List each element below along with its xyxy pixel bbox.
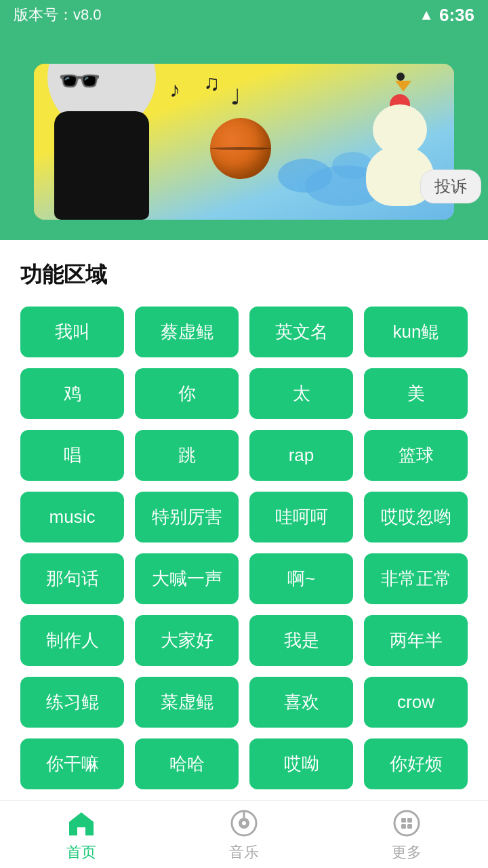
panda-body [54,111,149,220]
nav-item-home[interactable]: 首页 [45,802,118,868]
music-icon [228,807,260,840]
tag-button-2[interactable]: 英文名 [249,307,353,357]
tag-button-25[interactable]: 菜虚鲲 [135,677,239,728]
tag-button-0[interactable]: 我叫 [20,307,124,357]
svg-rect-5 [401,818,406,823]
tag-button-15[interactable]: 哎哎忽哟 [364,492,468,542]
wifi-icon: ▲ [419,6,434,24]
home-icon [65,807,98,840]
main-content: 功能区域 我叫蔡虚鲲英文名kun鲲鸡你太美唱跳rap篮球music特别厉害哇呵呵… [0,240,488,868]
tag-button-14[interactable]: 哇呵呵 [249,492,353,542]
svg-point-2 [242,821,246,825]
music-note-3: ♩ [230,84,241,110]
banner-container: ♪ ♫ ♩ 🕶️ [0,64,488,240]
status-bar: 版本号：v8.0 ▲ 6:36 [0,0,488,30]
tag-button-10[interactable]: rap [249,430,353,481]
chicken-beak [395,81,411,92]
tag-button-17[interactable]: 大喊一声 [135,553,239,604]
tag-button-7[interactable]: 美 [364,368,468,419]
tag-button-31[interactable]: 你好烦 [364,738,468,789]
tag-button-29[interactable]: 哈哈 [135,738,239,789]
tag-button-1[interactable]: 蔡虚鲲 [135,307,239,357]
music-note-2: ♫ [203,71,220,96]
svg-rect-6 [407,818,412,823]
panda-character: 🕶️ [41,77,176,220]
banner: ♪ ♫ ♩ 🕶️ [34,64,454,220]
tag-button-4[interactable]: 鸡 [20,368,124,419]
tag-button-24[interactable]: 练习鲲 [20,677,124,728]
tag-button-28[interactable]: 你干嘛 [20,738,124,789]
time-label: 6:36 [439,5,474,26]
tag-button-6[interactable]: 太 [249,368,353,419]
tag-button-11[interactable]: 篮球 [364,430,468,481]
svg-point-4 [394,811,419,835]
nav-label-more: 更多 [392,842,422,863]
svg-rect-8 [407,824,412,829]
tag-button-5[interactable]: 你 [135,368,239,419]
nav-item-music[interactable]: 音乐 [207,802,281,868]
tag-button-27[interactable]: crow [364,677,468,728]
tag-button-16[interactable]: 那句话 [20,553,124,604]
button-grid: 我叫蔡虚鲲英文名kun鲲鸡你太美唱跳rap篮球music特别厉害哇呵呵哎哎忽哟那… [20,307,468,868]
nav-item-more[interactable]: 更多 [370,802,443,868]
svg-rect-7 [401,824,406,829]
tag-button-3[interactable]: kun鲲 [364,307,468,357]
panda-glasses: 🕶️ [58,64,103,102]
nav-label-music: 音乐 [229,842,259,863]
tag-button-22[interactable]: 我是 [249,615,353,666]
tag-button-13[interactable]: 特别厉害 [135,492,239,542]
tag-button-20[interactable]: 制作人 [20,615,124,666]
tag-button-12[interactable]: music [20,492,124,542]
version-label: 版本号：v8.0 [14,5,102,25]
chicken-eye [396,73,405,81]
nav-label-home: 首页 [66,842,96,863]
bottom-nav: 首页 音乐 更多 [0,800,488,868]
tag-button-18[interactable]: 啊~ [249,553,353,604]
tag-button-8[interactable]: 唱 [20,430,124,481]
tag-button-9[interactable]: 跳 [135,430,239,481]
tag-button-23[interactable]: 两年半 [364,615,468,666]
tag-button-30[interactable]: 哎呦 [249,738,353,789]
tag-button-19[interactable]: 非常正常 [364,553,468,604]
status-bar-right: ▲ 6:36 [419,5,474,26]
tag-button-26[interactable]: 喜欢 [249,677,353,728]
section-title: 功能区域 [20,260,468,290]
report-button[interactable]: 投诉 [420,170,481,203]
tag-button-21[interactable]: 大家好 [135,615,239,666]
more-icon [390,807,423,840]
basketball [210,118,271,179]
